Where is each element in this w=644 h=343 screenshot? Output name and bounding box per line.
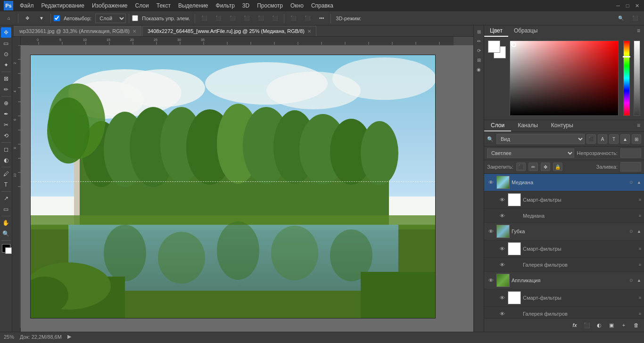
align-top-btn[interactable]: ⬛ <box>240 13 253 24</box>
layers-tab-paths[interactable]: Контуры <box>545 120 580 131</box>
tab-1-close[interactable]: ✕ <box>132 29 136 34</box>
align-bottom-btn[interactable]: ⬛ <box>269 13 281 24</box>
eyedropper-tool[interactable]: ✏ <box>1 84 11 95</box>
opacity-input[interactable]: 100% <box>620 148 641 158</box>
color-tab-color[interactable]: Цвет <box>484 25 508 37</box>
clone-tool[interactable]: ✂ <box>1 120 11 130</box>
panel-icon-2[interactable]: ✏ <box>475 37 483 45</box>
distribute-v-btn[interactable]: ⬛ <box>301 13 314 24</box>
layer-item-smart-filters-1[interactable]: 👁 Смарт-фильтры ≡ <box>484 191 644 209</box>
layer-item-applikacia[interactable]: 👁 Аппликация ⊙ ▲ <box>484 272 644 289</box>
autoselect-dropdown[interactable]: Слой Группа <box>95 14 126 23</box>
move-tool[interactable]: ✥ <box>1 27 11 38</box>
pen-tool[interactable]: 🖊 <box>1 169 11 179</box>
lock-all-btn[interactable]: 🔒 <box>553 163 562 171</box>
show-transform-checkbox[interactable] <box>132 15 138 21</box>
home-button[interactable]: ⌂ <box>3 13 15 24</box>
align-middle-btn[interactable]: ⬛ <box>255 13 267 24</box>
layer-eye-gf2[interactable]: 👁 <box>498 310 506 318</box>
autoselect-checkbox[interactable] <box>54 15 60 21</box>
magic-wand-tool[interactable]: ✦ <box>1 60 11 70</box>
layer-item-smart-filters-3[interactable]: 👁 Смарт-фильтры ≡ <box>484 289 644 307</box>
menu-item-справка[interactable]: Справка <box>308 1 336 10</box>
menu-item-просмотр[interactable]: Просмотр <box>254 1 286 10</box>
layers-tab-layers[interactable]: Слои <box>484 120 511 131</box>
lasso-tool[interactable]: ⊙ <box>1 49 11 59</box>
tab-1[interactable]: wp3323661.jpg @ 33,3% (Аппликация, RGB/8… <box>14 26 141 36</box>
align-right-btn[interactable]: ⬛ <box>226 13 239 24</box>
layer-eye-sf2[interactable]: 👁 <box>498 245 506 253</box>
lock-artboards-btn[interactable]: ✥ <box>541 163 550 171</box>
layer-adjustment-btn[interactable]: ◐ <box>594 320 604 330</box>
layer-mask-btn[interactable]: ⬛ <box>582 320 592 330</box>
layer-expand-mediana[interactable]: ▲ <box>637 180 641 185</box>
layer-fx-gubka[interactable]: ⊙ <box>627 228 635 235</box>
toolbar-arrow-btn[interactable]: ▼ <box>35 13 48 24</box>
selection-tool[interactable]: ▭ <box>1 38 11 49</box>
layer-item-gallery-filters-1[interactable]: 👁 Галерея фильтров ≡ <box>484 258 644 272</box>
layers-tab-channels[interactable]: Каналы <box>511 120 545 131</box>
fill-input[interactable]: 100% <box>620 162 641 172</box>
menu-item-изображение[interactable]: Изображение <box>89 1 131 10</box>
layer-group-btn[interactable]: ▣ <box>606 320 617 330</box>
panel-icon-3[interactable]: ⟳ <box>475 46 483 55</box>
move-tool-button[interactable]: ✥ <box>21 13 33 24</box>
brush-tool[interactable]: ✒ <box>1 109 11 119</box>
layer-eye-gubka[interactable]: 👁 <box>487 228 495 235</box>
layer-eye-med-sub[interactable]: 👁 <box>498 212 506 220</box>
layer-eye-sf3[interactable]: 👁 <box>498 294 506 302</box>
layer-item-gallery-filters-2[interactable]: 👁 Галерея фильтров ≡ <box>484 307 644 318</box>
background-color-swatch[interactable] <box>5 247 12 254</box>
layer-type-btn[interactable]: T <box>609 134 619 144</box>
align-left-btn[interactable]: ⬛ <box>198 13 210 24</box>
layer-eye-sf1[interactable]: 👁 <box>498 196 506 204</box>
panel-icon-4[interactable]: ⊞ <box>475 56 483 64</box>
more-btn[interactable]: ••• <box>315 13 328 24</box>
menu-item-фильтр[interactable]: Фильтр <box>213 1 238 10</box>
menu-item-текст[interactable]: Текст <box>154 1 173 10</box>
layer-item-smart-filters-2[interactable]: 👁 Смарт-фильтры ≡ <box>484 240 644 258</box>
layers-tab-menu[interactable]: ≡ <box>633 120 644 131</box>
color-tab-swatches[interactable]: Образцы <box>508 25 543 37</box>
path-selection-tool[interactable]: ↗ <box>1 193 11 204</box>
window-minimize-button[interactable]: ─ <box>615 2 621 9</box>
layer-adjust-btn[interactable]: A <box>598 134 607 144</box>
layer-eye-app[interactable]: 👁 <box>487 277 495 284</box>
layer-smart-btn[interactable]: ⊞ <box>632 134 641 144</box>
window-maximize-button[interactable]: □ <box>624 2 631 9</box>
panel-icon-5[interactable]: ◉ <box>475 65 483 74</box>
layer-fx-btn[interactable]: fx <box>570 320 580 330</box>
layer-shape-btn[interactable]: ▲ <box>620 134 630 144</box>
layer-item-mediana-sub[interactable]: 👁 Медиана ≡ <box>484 209 644 223</box>
status-arrow[interactable]: ▶ <box>67 334 71 340</box>
layer-item-mediana[interactable]: 👁 Медиана ⊙ ▲ <box>484 174 644 191</box>
menu-item-файл[interactable]: Файл <box>17 1 37 10</box>
menu-item-редактирование[interactable]: Редактирование <box>39 1 87 10</box>
arrange-button[interactable]: ⬛ <box>629 13 641 24</box>
align-center-btn[interactable]: ⬛ <box>212 13 224 24</box>
crop-tool[interactable]: ⊠ <box>1 74 11 84</box>
layer-fx-mediana[interactable]: ⊙ <box>627 179 635 186</box>
layer-pixel-btn[interactable]: ⬛ <box>586 134 596 144</box>
gradient-tool[interactable]: ◐ <box>1 155 11 165</box>
shape-tool[interactable]: ▭ <box>1 204 11 214</box>
search-button[interactable]: 🔍 <box>615 13 627 24</box>
menu-item-слои[interactable]: Слои <box>132 1 152 10</box>
layer-fx-app[interactable]: ⊙ <box>627 277 635 284</box>
alpha-strip[interactable] <box>634 41 640 116</box>
layer-eye-mediana[interactable]: 👁 <box>487 179 495 186</box>
hand-tool[interactable]: ✋ <box>1 218 11 228</box>
menu-item-3d[interactable]: 3D <box>239 1 252 10</box>
tab-2[interactable]: 3408x2272_664485_[www.ArtFile.ru].jpg @ … <box>142 26 316 36</box>
color-panel-menu[interactable]: ≡ <box>633 25 644 37</box>
zoom-tool[interactable]: 🔍 <box>1 229 11 239</box>
layers-kind-dropdown[interactable]: Вид <box>496 134 585 144</box>
menu-item-выделение[interactable]: Выделение <box>175 1 211 10</box>
layer-expand-app[interactable]: ▲ <box>637 278 641 283</box>
foreground-color-swatch[interactable] <box>2 244 10 253</box>
layer-eye-gf1[interactable]: 👁 <box>498 261 506 269</box>
text-tool[interactable]: T <box>1 180 11 190</box>
tab-2-close[interactable]: ✕ <box>307 29 311 34</box>
blend-mode-dropdown[interactable]: Светлее Нормальный Умножение <box>487 148 574 158</box>
layer-expand-gubka[interactable]: ▲ <box>637 229 641 234</box>
